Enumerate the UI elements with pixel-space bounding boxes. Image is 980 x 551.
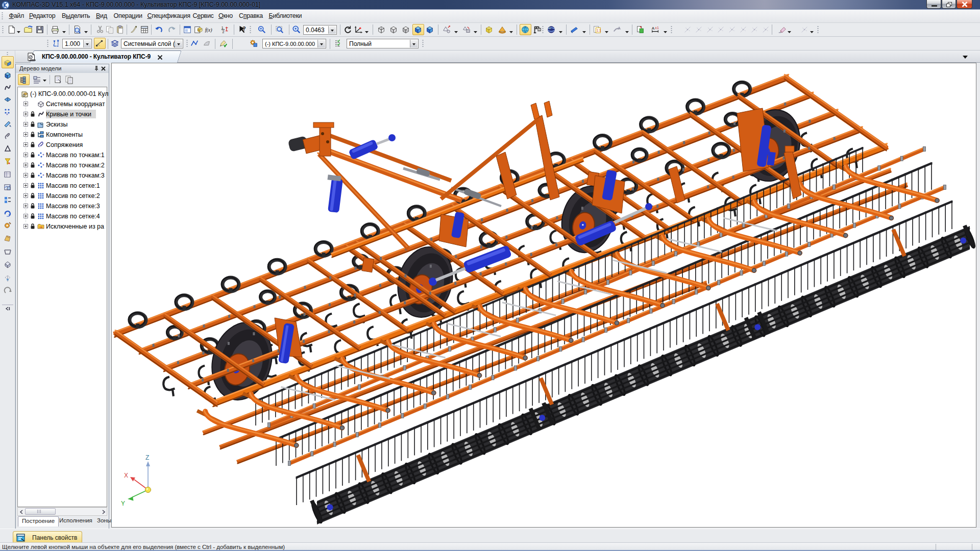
svg-text:f(x): f(x) bbox=[205, 27, 212, 33]
svg-text:Z: Z bbox=[145, 454, 149, 461]
svg-text:хв: хв bbox=[39, 226, 42, 229]
svg-text:A: A bbox=[652, 26, 655, 31]
svg-text:Y: Y bbox=[121, 500, 125, 507]
svg-text:2: 2 bbox=[223, 30, 225, 34]
svg-text:?: ? bbox=[242, 26, 246, 32]
svg-text:±1: ±1 bbox=[655, 26, 659, 30]
svg-text:1:1: 1:1 bbox=[597, 29, 601, 32]
svg-text:X: X bbox=[124, 472, 128, 479]
